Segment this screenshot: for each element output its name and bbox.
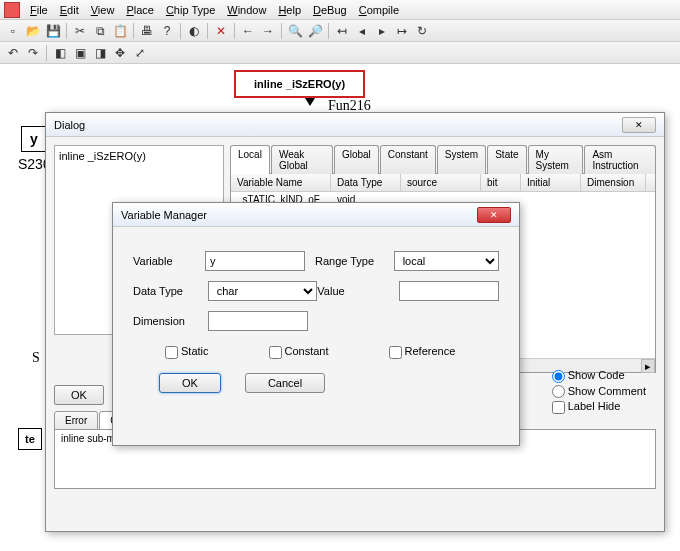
- col-source[interactable]: source: [401, 174, 481, 191]
- print-icon[interactable]: 🖶: [138, 22, 156, 40]
- col-type[interactable]: Data Type: [331, 174, 401, 191]
- s-label: S: [32, 350, 40, 366]
- dialog-close-button[interactable]: ✕: [622, 117, 656, 133]
- app-icon: [4, 2, 20, 18]
- dialog-title-text: Dialog: [54, 119, 85, 131]
- range-type-select[interactable]: local: [394, 251, 499, 271]
- nav-prev-icon[interactable]: ◂: [353, 22, 371, 40]
- dialog-titlebar[interactable]: Dialog ✕: [46, 113, 664, 137]
- align-right-icon[interactable]: ◨: [91, 44, 109, 62]
- label-dimension: Dimension: [133, 315, 198, 327]
- menu-file[interactable]: File: [24, 2, 54, 18]
- paste-icon[interactable]: 📋: [111, 22, 129, 40]
- tab-state[interactable]: State: [487, 145, 526, 174]
- label-datatype: Data Type: [133, 285, 198, 297]
- forward-icon[interactable]: →: [259, 22, 277, 40]
- variable-manager-dialog: Variable Manager ✕ Variable Range Type l…: [112, 202, 520, 446]
- align-center-icon[interactable]: ▣: [71, 44, 89, 62]
- check-reference[interactable]: Reference: [389, 345, 456, 359]
- resize-icon[interactable]: ⤢: [131, 44, 149, 62]
- col-initial[interactable]: Initial: [521, 174, 581, 191]
- align-left-icon[interactable]: ◧: [51, 44, 69, 62]
- scope-tabs: Local Weak Global Global Constant System…: [230, 145, 656, 174]
- menu-view[interactable]: View: [85, 2, 121, 18]
- loop-icon[interactable]: ↻: [413, 22, 431, 40]
- toolbar-1: ▫ 📂 💾 ✂ ⧉ 📋 🖶 ? ◐ ✕ ← → 🔍 🔎 ↤ ◂ ▸ ↦ ↻: [0, 20, 680, 42]
- nav-last-icon[interactable]: ↦: [393, 22, 411, 40]
- copy-icon[interactable]: ⧉: [91, 22, 109, 40]
- menu-bar: File Edit View Place Chip Type Window He…: [0, 0, 680, 20]
- radio-show-code[interactable]: Show Code: [552, 369, 646, 383]
- te-box[interactable]: te: [18, 428, 42, 450]
- check-static[interactable]: Static: [165, 345, 209, 359]
- varmgr-titlebar[interactable]: Variable Manager ✕: [113, 203, 519, 227]
- tab-asm[interactable]: Asm Instruction: [584, 145, 656, 174]
- menu-edit[interactable]: Edit: [54, 2, 85, 18]
- value-input[interactable]: [399, 281, 499, 301]
- menu-compile[interactable]: Compile: [353, 2, 405, 18]
- about-icon[interactable]: ◐: [185, 22, 203, 40]
- tab-constant[interactable]: Constant: [380, 145, 436, 174]
- stop-icon[interactable]: ✕: [212, 22, 230, 40]
- menu-chiptype[interactable]: Chip Type: [160, 2, 221, 18]
- undo-icon[interactable]: ↶: [4, 44, 22, 62]
- save-icon[interactable]: 💾: [44, 22, 62, 40]
- zoomin-icon[interactable]: 🔍: [286, 22, 304, 40]
- module-item[interactable]: inline _iSzERO(y): [59, 150, 146, 162]
- nav-first-icon[interactable]: ↤: [333, 22, 351, 40]
- y-box[interactable]: y: [21, 126, 47, 152]
- dialog-ok-button[interactable]: OK: [54, 385, 104, 405]
- new-icon[interactable]: ▫: [4, 22, 22, 40]
- tab-local[interactable]: Local: [230, 145, 270, 174]
- dimension-input[interactable]: [208, 311, 308, 331]
- label-value: Value: [317, 285, 389, 297]
- open-icon[interactable]: 📂: [24, 22, 42, 40]
- varmgr-cancel-button[interactable]: Cancel: [245, 373, 325, 393]
- menu-debug[interactable]: DeBug: [307, 2, 353, 18]
- tab-system[interactable]: System: [437, 145, 486, 174]
- label-variable: Variable: [133, 255, 195, 267]
- col-name[interactable]: Variable Name: [231, 174, 331, 191]
- check-constant[interactable]: Constant: [269, 345, 329, 359]
- back-icon[interactable]: ←: [239, 22, 257, 40]
- zoomout-icon[interactable]: 🔎: [306, 22, 324, 40]
- move-icon[interactable]: ✥: [111, 44, 129, 62]
- arrow-down-icon: [305, 98, 315, 106]
- grid-header: Variable Name Data Type source bit Initi…: [231, 174, 655, 192]
- data-type-select[interactable]: char: [208, 281, 318, 301]
- toolbar-2: ↶ ↷ ◧ ▣ ◨ ✥ ⤢: [0, 42, 680, 64]
- redo-icon[interactable]: ↷: [24, 44, 42, 62]
- check-label-hide[interactable]: Label Hide: [552, 400, 646, 414]
- canvas[interactable]: inline _iSzERO(y) Fun216 y S230 S te Dia…: [0, 64, 680, 551]
- varmgr-ok-button[interactable]: OK: [159, 373, 221, 393]
- label-range: Range Type: [315, 255, 384, 267]
- menu-place[interactable]: Place: [120, 2, 160, 18]
- menu-help[interactable]: Help: [272, 2, 307, 18]
- tab-my-system[interactable]: My System: [528, 145, 584, 174]
- cut-icon[interactable]: ✂: [71, 22, 89, 40]
- varmgr-title-text: Variable Manager: [121, 209, 207, 221]
- col-bit[interactable]: bit: [481, 174, 521, 191]
- tab-global[interactable]: Global: [334, 145, 379, 174]
- menu-window[interactable]: Window: [221, 2, 272, 18]
- help-icon[interactable]: ?: [158, 22, 176, 40]
- view-options: Show Code Show Comment Label Hide: [552, 367, 646, 416]
- nav-next-icon[interactable]: ▸: [373, 22, 391, 40]
- varmgr-close-button[interactable]: ✕: [477, 207, 511, 223]
- tab-weak-global[interactable]: Weak Global: [271, 145, 333, 174]
- flow-node[interactable]: inline _iSzERO(y): [234, 70, 365, 98]
- radio-show-comment[interactable]: Show Comment: [552, 385, 646, 399]
- col-dimension[interactable]: Dimension: [581, 174, 646, 191]
- variable-input[interactable]: [205, 251, 305, 271]
- tab-error[interactable]: Error: [54, 411, 98, 430]
